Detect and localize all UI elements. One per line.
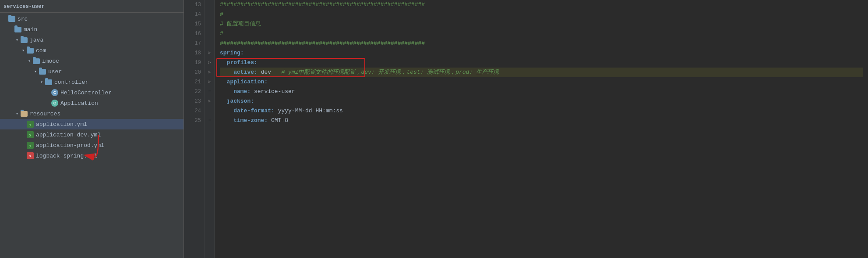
tree-item-label: logback-spring.xml — [36, 153, 182, 159]
folder-blue-icon — [39, 68, 46, 75]
code-line: name: service-user — [220, 87, 863, 97]
gutter-marker — [205, 19, 214, 29]
expand-arrow[interactable]: ▾ — [14, 111, 20, 116]
tree-item-controller[interactable]: ▾controller — [0, 77, 183, 87]
folder-blue-icon — [32, 57, 40, 65]
gutter-marker: − — [205, 87, 214, 97]
tree-item-Application[interactable]: CApplication — [0, 98, 183, 108]
gutter-marker: − — [205, 116, 214, 125]
gutter-marker: ▷ — [205, 58, 214, 68]
code-line: # — [220, 29, 863, 39]
line-number: 18 — [187, 48, 201, 58]
gutter-marker — [205, 39, 214, 48]
tree-item-label: com — [36, 47, 182, 54]
tree-item-label: main — [24, 26, 182, 33]
gutter-marker — [205, 29, 214, 39]
tree-item-label: HelloController — [60, 90, 182, 96]
line-number: 20 — [187, 68, 201, 77]
java-class-cyan-icon: C — [51, 99, 59, 107]
code-line: # — [220, 10, 863, 19]
line-number: 15 — [187, 19, 201, 29]
expand-arrow[interactable]: ▾ — [26, 58, 32, 64]
code-line: application: — [220, 77, 863, 87]
xml-icon: x — [26, 152, 34, 160]
expand-arrow[interactable]: ▾ — [14, 37, 20, 43]
tree-item-label: application-dev.yml — [36, 132, 182, 138]
tree-item-application-dev.yml[interactable]: yapplication-dev.yml — [0, 129, 183, 140]
tree-item-src[interactable]: src — [0, 14, 183, 24]
tree-item-label: user — [48, 68, 182, 75]
gutter-marker: ▷ — [205, 97, 214, 106]
code-line: date-format: yyyy-MM-dd HH:mm:ss — [220, 106, 863, 116]
code-area[interactable]: 13141516171819202122232425 ▷▷▷▷−▷− #####… — [184, 0, 868, 258]
tree-item-logback-spring.xml[interactable]: xlogback-spring.xml — [0, 150, 183, 161]
code-line: profiles: — [220, 58, 863, 68]
folder-icon — [8, 15, 16, 23]
tree-item-label: resources — [30, 111, 182, 117]
code-line: # 配置项目信息 — [220, 19, 863, 29]
tree-item-resources[interactable]: ▾resources — [0, 108, 183, 119]
tree-item-main[interactable]: main — [0, 24, 183, 35]
line-number: 14 — [187, 10, 201, 19]
yaml-icon: y — [26, 120, 34, 128]
java-class-icon: C — [51, 89, 59, 97]
code-line: ########################################… — [220, 39, 863, 48]
folder-blue-icon — [26, 47, 34, 54]
folder-resources-icon — [20, 110, 28, 118]
line-number: 16 — [187, 29, 201, 39]
gutter-marker: ▷ — [205, 77, 214, 87]
tree-item-application.yml[interactable]: yapplication.yml — [0, 119, 183, 129]
expand-arrow[interactable]: ▾ — [39, 79, 45, 85]
line-number: 24 — [187, 106, 201, 116]
tree-item-label: application.yml — [36, 121, 182, 128]
code-line: active: dev # yml中配置文件的环境配置，dev: 开发环境，te… — [220, 68, 863, 77]
tree-item-label: java — [30, 37, 182, 43]
line-number: 23 — [187, 97, 201, 106]
tree-item-label: application-prod.yml — [36, 142, 182, 149]
code-line: time-zone: GMT+8 — [220, 116, 863, 125]
yaml-icon: y — [26, 141, 34, 149]
expand-arrow[interactable]: ▾ — [20, 48, 26, 53]
line-numbers: 13141516171819202122232425 — [184, 0, 205, 258]
folder-blue-icon — [20, 36, 28, 44]
expand-arrow[interactable]: ▾ — [32, 69, 39, 74]
file-tree-sidebar: services-user srcmain▾java▾com▾imooc▾use… — [0, 0, 184, 258]
line-number: 25 — [187, 116, 201, 125]
code-line: spring: — [220, 48, 863, 58]
gutter-marker — [205, 106, 214, 116]
sidebar-title: services-user — [0, 2, 183, 13]
line-number: 17 — [187, 39, 201, 48]
folder-blue-icon — [45, 78, 53, 86]
tree-item-label: controller — [54, 79, 182, 86]
tree-item-HelloController[interactable]: CHelloController — [0, 87, 183, 98]
gutter-marker: ▷ — [205, 68, 214, 77]
line-number: 19 — [187, 58, 201, 68]
tree-item-user[interactable]: ▾user — [0, 66, 183, 77]
line-number: 13 — [187, 0, 201, 10]
tree-item-label: src — [18, 16, 182, 22]
tree-item-label: Application — [60, 100, 182, 107]
tree-item-java[interactable]: ▾java — [0, 35, 183, 45]
yaml-icon: y — [26, 131, 34, 139]
tree-item-imooc[interactable]: ▾imooc — [0, 56, 183, 66]
code-line: jackson: — [220, 97, 863, 106]
code-editor: 13141516171819202122232425 ▷▷▷▷−▷− #####… — [184, 0, 868, 258]
line-number: 21 — [187, 77, 201, 87]
tree-item-com[interactable]: ▾com — [0, 45, 183, 56]
folder-icon — [14, 25, 22, 33]
code-line: ########################################… — [220, 0, 863, 10]
tree-item-application-prod.yml[interactable]: yapplication-prod.yml — [0, 140, 183, 150]
line-number: 22 — [187, 87, 201, 97]
tree-item-label: imooc — [42, 58, 182, 64]
gutter-marker: ▷ — [205, 48, 214, 58]
gutter-marker — [205, 0, 214, 10]
gutter-marker — [205, 10, 214, 19]
